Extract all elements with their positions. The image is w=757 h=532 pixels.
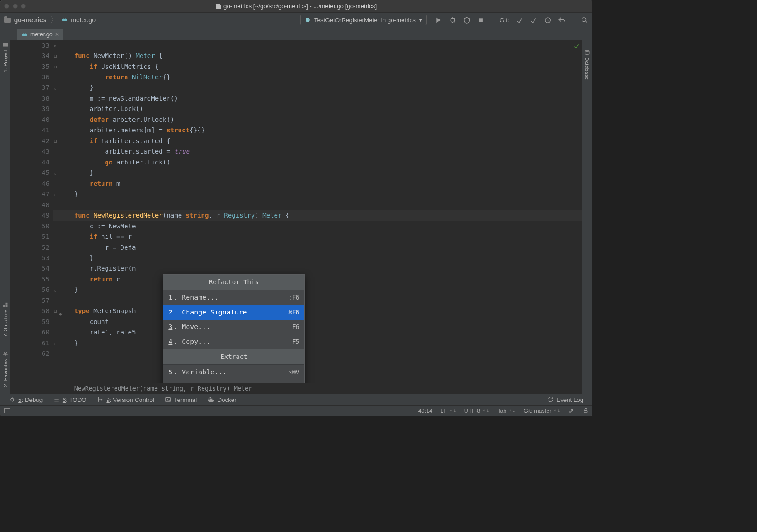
editor-column: meter.go ✕ 33▸34⊟35⊟3637⌞3839404142⊟4344… xyxy=(10,28,582,394)
svg-rect-25 xyxy=(584,411,587,413)
popup-extract-title: Extract xyxy=(163,349,304,365)
svg-rect-12 xyxy=(5,303,7,305)
svg-point-14 xyxy=(24,33,27,36)
svg-point-19 xyxy=(101,399,102,400)
svg-rect-23 xyxy=(211,399,212,400)
tool-vcs[interactable]: 9: Version Control xyxy=(97,397,154,403)
svg-rect-11 xyxy=(3,305,5,307)
svg-rect-21 xyxy=(208,399,209,400)
refactor-item-copy-[interactable]: 4. Copy...F5 xyxy=(163,335,304,350)
svg-point-16 xyxy=(11,398,14,401)
svg-point-15 xyxy=(585,50,589,52)
go-file-icon xyxy=(61,16,68,24)
file-icon xyxy=(216,4,221,10)
go-file-icon xyxy=(21,31,28,39)
svg-point-17 xyxy=(98,398,99,399)
chevron-down-icon: ▼ xyxy=(418,18,422,23)
breadcrumb-separator: 〉 xyxy=(50,15,58,25)
revert-icon[interactable] xyxy=(558,16,566,24)
tool-todo[interactable]: 6: TODO xyxy=(53,397,87,403)
git-commit-icon[interactable] xyxy=(529,16,537,24)
history-icon[interactable] xyxy=(544,16,552,24)
svg-rect-9 xyxy=(3,43,8,47)
gutter[interactable]: 33▸34⊟35⊟3637⌞3839404142⊟434445⌞4647⌞484… xyxy=(10,40,53,383)
title-bar[interactable]: go-metrics [~/go/src/go-metrics] - .../m… xyxy=(0,0,592,13)
tool-terminal[interactable]: Terminal xyxy=(165,397,197,403)
git-update-icon[interactable] xyxy=(515,16,523,24)
tool-debug[interactable]: 5: Debug xyxy=(9,397,43,403)
tool-database[interactable]: Database xyxy=(584,49,590,80)
refactor-popup: Refactor This 1. Rename...⇧F62. Change S… xyxy=(163,274,305,383)
popup-title: Refactor This xyxy=(163,275,304,290)
line-ending[interactable]: LF⇡⇣ xyxy=(440,408,456,414)
refactor-item-move-[interactable]: 3. Move...F6 xyxy=(163,320,304,335)
refactor-item-variable-[interactable]: 5. Variable...⌥⌘V xyxy=(163,365,304,380)
indent[interactable]: Tab⇡⇣ xyxy=(497,408,516,414)
status-bar: 49:14 LF⇡⇣ UTF-8⇡⇣ Tab⇡⇣ Git: master⇡⇣ xyxy=(0,405,592,416)
refactor-item-change-signature-[interactable]: 2. Change Signature...⌘F6 xyxy=(163,305,304,320)
svg-point-18 xyxy=(98,401,99,402)
refactor-item-rename-[interactable]: 1. Rename...⇧F6 xyxy=(163,290,304,305)
tool-favorites[interactable]: 2: Favorites xyxy=(2,351,8,387)
window-title: go-metrics [~/go/src/go-metrics] - .../m… xyxy=(0,3,592,10)
navigation-bar: go-metrics 〉 meter.go TestGetOrRegisterM… xyxy=(0,13,592,28)
encoding[interactable]: UTF-8⇡⇣ xyxy=(464,408,490,414)
traffic-minimize[interactable] xyxy=(13,4,18,9)
tool-structure[interactable]: 7: Structure xyxy=(2,302,8,337)
svg-rect-24 xyxy=(209,397,211,399)
tab-label: meter.go xyxy=(30,31,53,38)
svg-point-1 xyxy=(64,19,67,22)
editor-tab-active[interactable]: meter.go ✕ xyxy=(17,29,63,39)
run-config-label: TestGetOrRegisterMeter in go-metrics xyxy=(314,17,416,24)
git-label: Git: xyxy=(500,17,509,24)
svg-point-8 xyxy=(582,18,586,22)
toolbar-actions: Git: xyxy=(434,16,588,24)
code-editor[interactable]: 33▸34⊟35⊟3637⌞3839404142⊟434445⌞4647⌞484… xyxy=(10,40,582,383)
tool-project[interactable]: 1: Project xyxy=(2,42,8,73)
svg-point-4 xyxy=(308,19,309,20)
editor-tabs: meter.go ✕ xyxy=(10,28,582,40)
refactor-item-constant-[interactable]: 6. Constant...⌥⌘C xyxy=(163,380,304,383)
git-branch[interactable]: Git: master⇡⇣ xyxy=(524,408,561,414)
coverage-icon[interactable] xyxy=(463,16,471,24)
stop-icon[interactable] xyxy=(477,16,485,24)
lock-icon[interactable] xyxy=(583,407,589,414)
right-sidebar: Database xyxy=(582,28,592,394)
traffic-zoom[interactable] xyxy=(21,4,26,9)
tool-event-log[interactable]: Event Log xyxy=(547,397,583,403)
traffic-close[interactable] xyxy=(4,4,9,9)
main-area: 1: Project 7: Structure 2: Favorites met… xyxy=(0,28,592,394)
svg-rect-10 xyxy=(5,305,7,307)
svg-point-3 xyxy=(307,19,308,20)
run-config-selector[interactable]: TestGetOrRegisterMeter in go-metrics ▼ xyxy=(300,15,427,25)
svg-rect-20 xyxy=(165,398,170,402)
editor-breadcrumb[interactable]: NewRegisteredMeter(name string, r Regist… xyxy=(10,383,582,394)
gopher-icon xyxy=(304,16,311,24)
wrench-icon[interactable] xyxy=(568,407,575,414)
ide-window: go-metrics [~/go/src/go-metrics] - .../m… xyxy=(0,0,592,416)
bottom-tool-strip: 5: Debug 6: TODO 9: Version Control Term… xyxy=(0,394,592,405)
breadcrumb-file[interactable]: meter.go xyxy=(71,16,96,24)
folder-icon xyxy=(4,18,11,23)
left-sidebar: 1: Project 7: Structure 2: Favorites xyxy=(0,28,10,394)
cursor-position[interactable]: 49:14 xyxy=(418,408,432,414)
tool-windows-toggle[interactable] xyxy=(4,408,10,413)
window-title-text: go-metrics [~/go/src/go-metrics] - .../m… xyxy=(223,3,377,10)
tool-docker[interactable]: Docker xyxy=(208,397,237,403)
run-icon[interactable] xyxy=(434,16,442,24)
code-area[interactable]: func NewMeter() Meter { if UseNilMetrics… xyxy=(53,40,582,383)
search-icon[interactable] xyxy=(581,16,588,24)
svg-rect-6 xyxy=(479,18,483,22)
svg-rect-2 xyxy=(306,18,310,22)
svg-rect-22 xyxy=(209,399,211,400)
window-controls xyxy=(4,4,26,9)
close-icon[interactable]: ✕ xyxy=(55,31,59,38)
debug-icon[interactable] xyxy=(449,16,456,24)
breadcrumb-project[interactable]: go-metrics xyxy=(14,16,47,24)
